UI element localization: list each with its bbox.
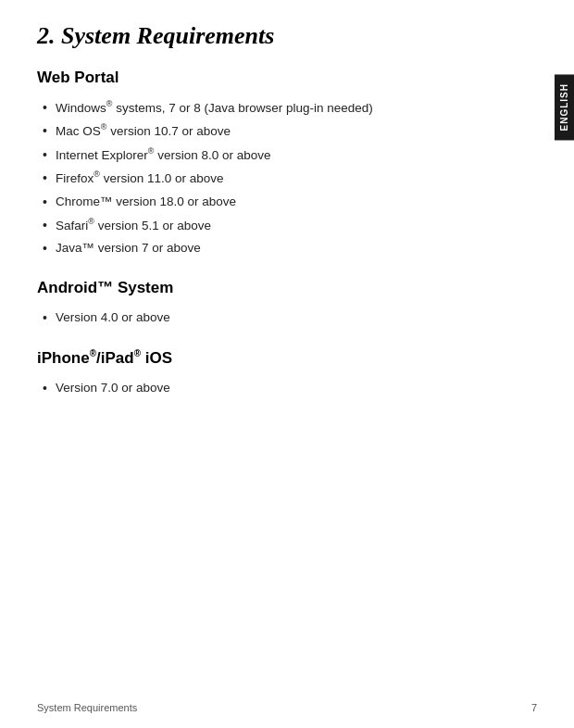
page-container: ENGLISH 2. System Requirements Web Porta… <box>0 0 574 728</box>
list-item: Firefox® version 11.0 or above <box>37 167 537 190</box>
list-item: Safari® version 5.1 or above <box>37 214 537 237</box>
list-item: Chrome™ version 18.0 or above <box>37 191 537 214</box>
web-portal-list: Windows® systems, 7 or 8 (Java browser p… <box>37 96 537 260</box>
web-portal-heading: Web Portal <box>37 69 537 87</box>
iphone-list: Version 7.0 or above <box>37 377 537 400</box>
list-item: Version 7.0 or above <box>37 377 537 400</box>
android-heading: Android™ System <box>37 279 537 297</box>
footer-left: System Requirements <box>37 702 137 713</box>
iphone-heading: iPhone®/iPad® iOS <box>37 348 537 368</box>
list-item: Mac OS® version 10.7 or above <box>37 119 537 143</box>
footer-right: 7 <box>531 702 537 713</box>
list-item: Windows® systems, 7 or 8 (Java browser p… <box>37 96 537 119</box>
page-title: 2. System Requirements <box>37 22 537 50</box>
list-item: Version 4.0 or above <box>37 307 537 330</box>
android-list: Version 4.0 or above <box>37 307 537 330</box>
list-item: Java™ version 7 or above <box>37 237 537 260</box>
footer: System Requirements 7 <box>37 702 537 713</box>
list-item: Internet Explorer® version 8.0 or above <box>37 144 537 167</box>
language-tab: ENGLISH <box>555 74 574 140</box>
